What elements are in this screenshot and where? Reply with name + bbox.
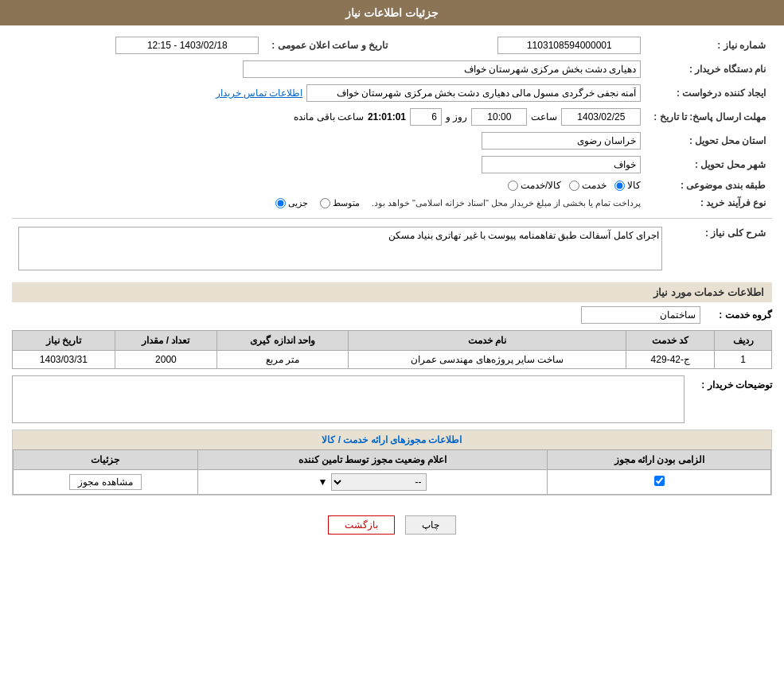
days-input[interactable] <box>410 108 442 126</box>
radio-kala-input[interactable] <box>614 181 625 191</box>
buyer-notes-textarea[interactable] <box>12 375 685 423</box>
remaining-label: ساعت باقی مانده <box>294 111 364 122</box>
buyer-org-input[interactable] <box>243 60 641 78</box>
radio-motevaset-label: متوسط <box>333 198 360 208</box>
license-required-checkbox[interactable] <box>654 476 665 486</box>
col-unit: واحد اندازه گیری <box>217 331 349 351</box>
cell-qty: 2000 <box>115 351 217 369</box>
services-title: اطلاعات خدمات مورد نیاز <box>12 282 772 302</box>
radio-jozei-input[interactable] <box>275 198 286 208</box>
license-required-cell <box>548 470 771 495</box>
radio-khedmat-input[interactable] <box>569 181 579 191</box>
category-label: طبقه بندی موضوعی : <box>647 177 772 194</box>
reply-date-label: مهلت ارسال پاسخ: تا تاریخ : <box>647 105 772 129</box>
divider-1 <box>12 218 772 219</box>
cell-service-code: ج-42-429 <box>626 351 715 369</box>
cell-row-num: 1 <box>715 351 772 369</box>
date-label: تاریخ و ساعت اعلان عمومی : <box>265 33 394 57</box>
cell-service-name: ساخت سایر پروژه‌های مهندسی عمران <box>348 351 626 369</box>
cell-unit: متر مربع <box>217 351 349 369</box>
province-label: استان محل تحویل : <box>647 129 772 153</box>
col-row-num: ردیف <box>715 331 772 351</box>
purchase-note: پرداخت تمام یا بخشی از مبلغ خریدار محل "… <box>372 198 642 208</box>
radio-khedmat[interactable]: خدمت <box>569 180 607 191</box>
radio-kala-khedmat[interactable]: کالا/خدمت <box>508 180 561 191</box>
request-number-input[interactable] <box>497 37 641 54</box>
request-number-label: شماره نیاز : <box>647 33 772 57</box>
group-input[interactable] <box>581 306 700 324</box>
licenses-title: اطلاعات مجوزهای ارائه خدمت / کالا <box>13 430 771 449</box>
col-service-name: نام خدمت <box>348 331 626 351</box>
col-required: الزامی بودن ارائه مجوز <box>548 450 771 470</box>
col-status: اعلام وضعیت مجوز توسط تامین کننده <box>197 450 548 470</box>
services-table: ردیف کد خدمت نام خدمت واحد اندازه گیری ت… <box>12 330 772 369</box>
license-status-select[interactable]: -- <box>331 473 427 491</box>
back-button[interactable]: بازگشت <box>328 515 395 535</box>
radio-kala-khedmat-label: کالا/خدمت <box>521 180 561 191</box>
col-details: جزئیات <box>14 450 198 470</box>
buyer-org-label: نام دستگاه خریدار : <box>647 57 772 81</box>
radio-kala-label: کالا <box>627 180 641 191</box>
radio-khedmat-label: خدمت <box>582 180 607 191</box>
page-title: جزئیات اطلاعات نیاز <box>345 6 439 19</box>
buyer-notes-wrapper: توضیحات خریدار : <box>12 375 772 423</box>
radio-jozei[interactable]: جزیی <box>275 198 308 208</box>
date-input[interactable] <box>115 37 259 54</box>
col-service-code: کد خدمت <box>626 331 715 351</box>
view-license-button[interactable]: مشاهده مجوز <box>69 474 141 490</box>
desc-label: شرح کلی نیاز : <box>669 224 772 276</box>
days-label: روز و <box>446 111 467 122</box>
requester-contact-link[interactable]: اطلاعات تماس خریدار <box>216 87 303 99</box>
province-input[interactable] <box>482 132 641 150</box>
license-status-cell: -- ▼ <box>197 470 548 495</box>
city-label: شهر محل تحویل : <box>647 153 772 177</box>
city-input[interactable] <box>482 156 641 173</box>
reply-time-input[interactable] <box>471 108 527 126</box>
radio-motevaset-input[interactable] <box>320 198 330 208</box>
requester-input[interactable] <box>306 84 641 102</box>
license-row: -- ▼ مشاهده مجوز <box>14 470 771 495</box>
service-row-0: 1 ج-42-429 ساخت سایر پروژه‌های مهندسی عم… <box>13 351 772 369</box>
reply-date-input[interactable] <box>561 108 641 126</box>
group-label: گروه خدمت : <box>708 309 772 321</box>
group-row: گروه خدمت : <box>12 306 772 324</box>
desc-table: شرح کلی نیاز : اجرای کامل آسفالت طبق تفا… <box>12 224 772 276</box>
remaining-time-value: 21:01:01 <box>368 111 406 122</box>
reply-time-label: ساعت <box>531 111 557 122</box>
page-header: جزئیات اطلاعات نیاز <box>0 0 784 25</box>
license-details-cell: مشاهده مجوز <box>14 470 198 495</box>
radio-motevaset[interactable]: متوسط <box>320 198 360 208</box>
radio-kala-khedmat-input[interactable] <box>508 181 518 191</box>
radio-jozei-label: جزیی <box>288 198 308 208</box>
info-table: شماره نیاز : تاریخ و ساعت اعلان عمومی : … <box>12 33 772 212</box>
col-qty: تعداد / مقدار <box>115 331 217 351</box>
footer-buttons: چاپ بازگشت <box>12 504 772 546</box>
chevron-icon: ▼ <box>318 476 328 488</box>
print-button[interactable]: چاپ <box>405 515 456 535</box>
buyer-notes-label: توضیحات خریدار : <box>692 375 772 391</box>
radio-kala[interactable]: کالا <box>614 180 641 191</box>
licenses-table: الزامی بودن ارائه مجوز اعلام وضعیت مجوز … <box>13 449 771 495</box>
desc-textarea[interactable]: اجرای کامل آسفالت طبق تفاهمنامه پیوست با… <box>18 227 662 270</box>
requester-label: ایجاد کننده درخواست : <box>647 81 772 105</box>
purchase-type-label: نوع فرآیند خرید : <box>647 194 772 212</box>
cell-date: 1403/03/31 <box>13 351 115 369</box>
col-date: تاریخ نیاز <box>13 331 115 351</box>
licenses-section: اطلاعات مجوزهای ارائه خدمت / کالا الزامی… <box>12 430 772 496</box>
